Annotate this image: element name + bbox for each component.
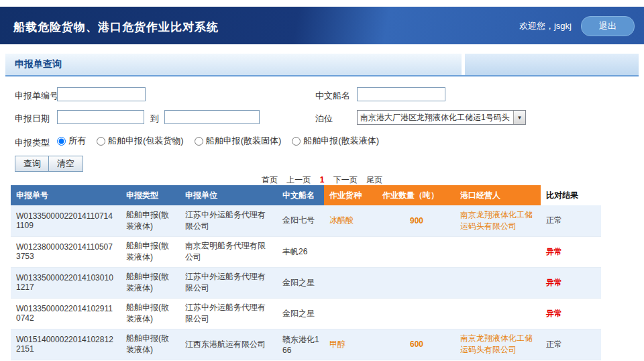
radio-packaged-goods-label: 船舶申报(包装货物)	[108, 135, 184, 147]
cell-ship-name: 金阳之星	[277, 267, 324, 298]
user-area: 欢迎您，jsgkj 退出	[519, 16, 635, 36]
query-form: 申报单编号 中文船名 申报日期 到 泊位 南京港大厂港区龙翔液体化工储运1号码头…	[0, 76, 644, 174]
cell-cargo-type	[324, 236, 377, 267]
cell-declaration-type: 船舶申报(散装液体)	[121, 267, 180, 298]
cell-cargo-qty: 600	[377, 329, 455, 360]
section-right-decoration	[462, 54, 639, 75]
table-row: W013350000220141107141109 船舶申报(散装液体) 江苏中…	[11, 205, 601, 236]
query-button[interactable]: 查询	[15, 156, 50, 172]
cell-declaration-type: 船舶申报(散装液体)	[121, 298, 180, 329]
cell-ship-name: 金阳之星	[277, 298, 324, 329]
declaration-type-radio-group: 所有 船舶申报(包装货物) 船舶申报(散装固体) 船舶申报(散装液体)	[57, 135, 390, 147]
cell-compare-result: 异常	[541, 298, 601, 329]
cell-compare-result: 正常	[541, 205, 601, 236]
table-row: W015140000220141028122151 船舶申报(散装液体) 江西东…	[11, 329, 601, 360]
cell-declaration-unit: 江苏中外运船务代理有限公司	[180, 205, 277, 236]
cell-cargo-qty: 900	[377, 205, 455, 236]
pagination-current-page: 1	[320, 175, 325, 185]
pagination-prev[interactable]: 上一页	[286, 175, 311, 185]
header-declaration-type: 申报类型	[121, 185, 180, 205]
berth-label: 泊位	[315, 113, 333, 125]
cell-declaration-no: W013350000220141107141109	[11, 205, 121, 236]
ship-name-label: 中文船名	[315, 90, 350, 102]
cell-declaration-type: 船舶申报(散装液体)	[121, 205, 180, 236]
cell-ship-name: 赣东港化166	[277, 329, 324, 360]
section-header-bar: 申报单查询	[5, 54, 639, 76]
cell-cargo-type	[324, 298, 377, 329]
declaration-type-label: 申报类型	[15, 137, 50, 149]
header-declaration-no: 申报单号	[11, 185, 121, 205]
top-header-bar: 船载危险货物、港口危货作业比对系统 欢迎您，jsgkj 退出	[0, 7, 644, 44]
declaration-no-label: 申报单编号	[15, 90, 58, 102]
cell-cargo-qty	[377, 236, 455, 267]
radio-all-label: 所有	[68, 135, 86, 147]
cell-cargo-type	[324, 267, 377, 298]
radio-bulk-solid-label: 船舶申报(散装固体)	[206, 135, 282, 147]
declaration-date-label: 申报日期	[15, 113, 50, 125]
declaration-result-table: 申报单号 申报类型 申报单位 中文船名 作业货种 作业数量（吨） 港口经营人 比…	[11, 185, 601, 360]
cell-compare-result: 异常	[541, 236, 601, 267]
cell-compare-result: 正常	[541, 329, 601, 360]
radio-packaged-goods[interactable]: 船舶申报(包装货物)	[97, 135, 184, 147]
berth-selected-value: 南京港大厂港区龙翔液体化工储运1号码头	[358, 112, 513, 123]
header-port-operator: 港口经营人	[455, 185, 541, 205]
cell-compare-result: 异常	[541, 267, 601, 298]
cell-declaration-type: 船舶申报(散装液体)	[121, 329, 180, 360]
logout-button[interactable]: 退出	[581, 16, 635, 36]
cell-declaration-unit: 江西东港航运有限公司	[180, 329, 277, 360]
header-declaration-unit: 申报单位	[180, 185, 277, 205]
header-cargo-type: 作业货种	[324, 185, 377, 205]
cell-cargo-type: 甲醇	[324, 329, 377, 360]
cell-port-operator	[455, 236, 541, 267]
header-cargo-qty: 作业数量（吨）	[377, 185, 455, 205]
cell-ship-name: 金阳七号	[277, 205, 324, 236]
ship-name-input[interactable]	[357, 87, 445, 101]
cell-declaration-no: W013350000220141030101217	[11, 267, 121, 298]
cell-declaration-unit: 江苏中外运船务代理有限公司	[180, 298, 277, 329]
radio-all-input[interactable]	[57, 137, 66, 146]
radio-bulk-liquid-label: 船舶申报(散装液体)	[303, 135, 379, 147]
date-from-input[interactable]	[57, 110, 144, 124]
radio-bulk-solid[interactable]: 船舶申报(散装固体)	[195, 135, 282, 147]
radio-bulk-liquid-input[interactable]	[292, 137, 301, 146]
radio-bulk-liquid[interactable]: 船舶申报(散装液体)	[292, 135, 379, 147]
pagination-last[interactable]: 尾页	[366, 175, 382, 185]
cell-cargo-qty	[377, 298, 455, 329]
cell-declaration-no: W013350000220141029110742	[11, 298, 121, 329]
cell-declaration-no: W012380000320141105073753	[11, 236, 121, 267]
header-ship-name: 中文船名	[277, 185, 324, 205]
cell-cargo-type: 冰醋酸	[324, 205, 377, 236]
berth-select[interactable]: 南京港大厂港区龙翔液体化工储运1号码头 ▼	[357, 110, 526, 125]
welcome-text: 欢迎您，jsgkj	[519, 20, 572, 32]
cell-ship-name: 丰帆26	[277, 236, 324, 267]
cell-declaration-unit: 南京宏明船务代理有限公司	[180, 236, 277, 267]
date-to-input[interactable]	[164, 110, 260, 124]
cell-declaration-no: W015140000220141028122151	[11, 329, 121, 360]
pagination-next[interactable]: 下一页	[333, 175, 358, 185]
clear-button[interactable]: 清空	[48, 156, 83, 172]
header-compare-result: 比对结果	[541, 185, 601, 205]
pagination-first[interactable]: 首页	[262, 175, 278, 185]
radio-all[interactable]: 所有	[57, 135, 86, 147]
cell-declaration-unit: 江苏中外运船务代理有限公司	[180, 267, 277, 298]
table-row: W013350000220141029110742 船舶申报(散装液体) 江苏中…	[11, 298, 601, 329]
date-to-label: 到	[150, 113, 159, 125]
cell-port-operator	[455, 267, 541, 298]
table-row: W013350000220141030101217 船舶申报(散装液体) 江苏中…	[11, 267, 601, 298]
table-row: W012380000320141105073753 船舶申报(散装液体) 南京宏…	[11, 236, 601, 267]
cell-cargo-qty	[377, 267, 455, 298]
cell-port-operator: 南京龙翔液体化工储运码头有限公司	[455, 205, 541, 236]
chevron-down-icon[interactable]: ▼	[513, 111, 525, 124]
cell-declaration-type: 船舶申报(散装液体)	[121, 236, 180, 267]
cell-port-operator: 南京龙翔液体化工储运码头有限公司	[455, 329, 541, 360]
declaration-no-input[interactable]	[57, 87, 146, 101]
page-title: 申报单查询	[5, 58, 62, 70]
radio-packaged-goods-input[interactable]	[97, 137, 105, 146]
pagination: 首页 上一页 1 下一页 尾页	[0, 174, 644, 185]
cell-port-operator	[455, 298, 541, 329]
radio-bulk-solid-input[interactable]	[195, 137, 203, 146]
table-header-row: 申报单号 申报类型 申报单位 中文船名 作业货种 作业数量（吨） 港口经营人 比…	[11, 185, 601, 205]
